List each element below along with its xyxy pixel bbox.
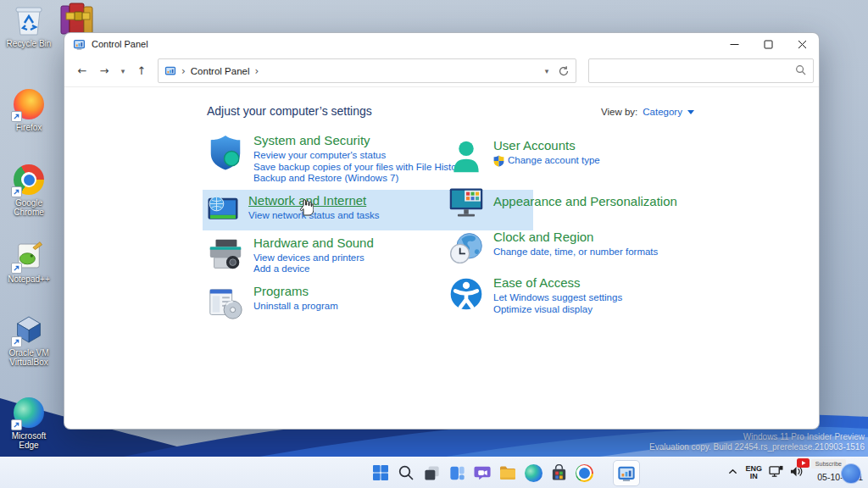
desktop-icon-google-chrome[interactable]: Google Chrome	[3, 163, 54, 217]
chevron-up-icon	[727, 466, 738, 477]
category-title[interactable]: User Accounts	[493, 138, 600, 152]
titlebar[interactable]: Control Panel	[64, 33, 819, 55]
category-link[interactable]: View network status and tasks	[248, 210, 379, 222]
windows-watermark: Windows 11 Pro Insider Preview Evaluatio…	[649, 432, 865, 452]
search-button[interactable]	[393, 460, 419, 485]
language-indicator[interactable]: ENG IN	[745, 465, 762, 481]
control-panel-home: Adjust your computer’s settings View by:…	[64, 87, 819, 428]
control-panel-taskbar-button[interactable]	[613, 460, 640, 486]
chrome-taskbar-button[interactable]	[571, 460, 597, 485]
view-by-value[interactable]: Category	[643, 107, 682, 117]
firefox-icon	[12, 87, 46, 121]
page-title: Adjust your computer’s settings	[207, 104, 372, 118]
recent-pages-dropdown[interactable]: ▾	[115, 60, 131, 82]
system-security-shield-icon	[206, 133, 245, 172]
desktop-icon-label: Recycle Bin	[7, 39, 52, 48]
task-view-button[interactable]	[419, 460, 444, 485]
chat-button[interactable]	[470, 460, 495, 485]
channel-avatar	[841, 463, 861, 484]
desktop-icon-label: Firefox	[16, 123, 42, 132]
breadcrumb-separator: ›	[255, 65, 259, 77]
network-tray-icon[interactable]	[769, 465, 783, 481]
desktop-icon-label: Oracle VM VirtualBox	[3, 348, 54, 367]
search-input[interactable]	[588, 58, 814, 83]
video-subscribe-overlay: Subscribe	[797, 458, 861, 484]
chrome-icon	[576, 464, 593, 482]
start-button[interactable]	[368, 460, 393, 485]
edge-taskbar-button[interactable]	[520, 460, 546, 485]
microsoft-store-button[interactable]	[546, 460, 571, 485]
notepad-plus-plus-icon	[12, 239, 46, 273]
category-title[interactable]: Programs	[253, 284, 338, 298]
personalization-icon	[448, 184, 485, 221]
taskbar-icon-group	[368, 460, 640, 486]
category-title[interactable]: Appearance and Personalization	[493, 194, 677, 208]
widgets-button[interactable]	[444, 460, 470, 485]
maximize-button[interactable]	[751, 33, 785, 55]
ethernet-icon	[769, 465, 783, 478]
desktop-icon-microsoft-edge[interactable]: Microsoft Edge	[3, 396, 54, 450]
category-link-with-uac[interactable]: Change account type	[493, 155, 600, 167]
chevron-down-icon[interactable]	[687, 110, 694, 114]
desktop-icon-notepad-plus-plus[interactable]: Notepad++	[3, 239, 54, 284]
window-title: Control Panel	[92, 39, 148, 49]
widgets-icon	[448, 464, 466, 482]
category-title[interactable]: System and Security	[253, 133, 465, 147]
category-title[interactable]: Hardware and Sound	[253, 236, 374, 250]
chat-icon	[474, 464, 492, 482]
up-button[interactable]: ↑	[131, 60, 153, 82]
desktop-icon-virtualbox[interactable]: Oracle VM VirtualBox	[3, 313, 54, 367]
uac-shield-icon	[493, 155, 504, 167]
minimize-button[interactable]	[717, 33, 751, 55]
category-link[interactable]: Review your computer's status	[253, 150, 465, 162]
category-link[interactable]: View devices and printers	[253, 252, 374, 264]
edge-icon	[525, 464, 542, 482]
store-icon	[550, 464, 568, 482]
category-appearance-personalization: Appearance and Personalization	[444, 180, 732, 225]
refresh-icon[interactable]	[558, 65, 570, 77]
address-dropdown[interactable]: ▾	[541, 60, 553, 82]
shortcut-arrow-icon	[11, 336, 22, 347]
category-link-label: Change account type	[508, 155, 600, 167]
category-link[interactable]: Uninstall a program	[253, 301, 338, 313]
category-link[interactable]: Add a device	[253, 263, 374, 275]
category-column-right: User Accounts Ch	[444, 135, 732, 320]
back-button[interactable]: ←	[71, 60, 93, 82]
edge-icon	[12, 396, 46, 430]
desktop-icon-label: Microsoft Edge	[3, 431, 54, 450]
category-title[interactable]: Network and Internet	[248, 193, 379, 208]
view-by-label: View by:	[601, 107, 637, 117]
address-bar[interactable]: › Control Panel › ▾	[158, 58, 576, 83]
shortcut-arrow-icon	[11, 263, 22, 274]
desktop-icon-winrar[interactable]	[58, 2, 98, 36]
view-by-control: View by: Category	[601, 107, 694, 117]
watermark-line2: Evaluation copy. Build 22454.rs_prerelea…	[649, 442, 865, 452]
programs-icon	[206, 284, 245, 323]
recycle-bin-icon	[12, 3, 46, 37]
navigation-toolbar: ← → ▾ ↑ › Control Panel › ▾	[64, 55, 819, 87]
shortcut-arrow-icon	[11, 111, 22, 122]
breadcrumb-control-panel[interactable]: Control Panel	[191, 66, 250, 76]
clock-region-icon	[448, 230, 485, 267]
youtube-icon	[797, 458, 810, 468]
category-link[interactable]: Backup and Restore (Windows 7)	[253, 173, 465, 185]
search-icon	[398, 464, 415, 481]
category-title[interactable]: Ease of Access	[493, 275, 622, 290]
subscribe-label: Subscribe	[811, 459, 846, 469]
shortcut-arrow-icon	[11, 186, 22, 197]
desktop-icon-firefox[interactable]: Firefox	[3, 87, 54, 132]
category-link[interactable]: Change date, time, or number formats	[493, 247, 658, 258]
tray-overflow-chevron[interactable]	[727, 465, 738, 480]
search-icon	[795, 64, 806, 75]
forward-button[interactable]: →	[93, 60, 115, 82]
file-explorer-button[interactable]	[495, 460, 520, 485]
watermark-line1: Windows 11 Pro Insider Preview	[649, 432, 865, 442]
category-link[interactable]: Optimize visual display	[493, 304, 622, 316]
category-title[interactable]: Clock and Region	[493, 230, 658, 244]
control-panel-window: Control Panel ← → ▾ ↑	[64, 32, 820, 430]
desktop: Recycle Bin Firefox Google Chrome	[0, 0, 868, 488]
desktop-icon-recycle-bin[interactable]: Recycle Bin	[3, 3, 54, 48]
close-button[interactable]	[785, 33, 819, 55]
category-link[interactable]: Save backup copies of your files with Fi…	[253, 162, 465, 174]
category-link[interactable]: Let Windows suggest settings	[493, 292, 622, 304]
